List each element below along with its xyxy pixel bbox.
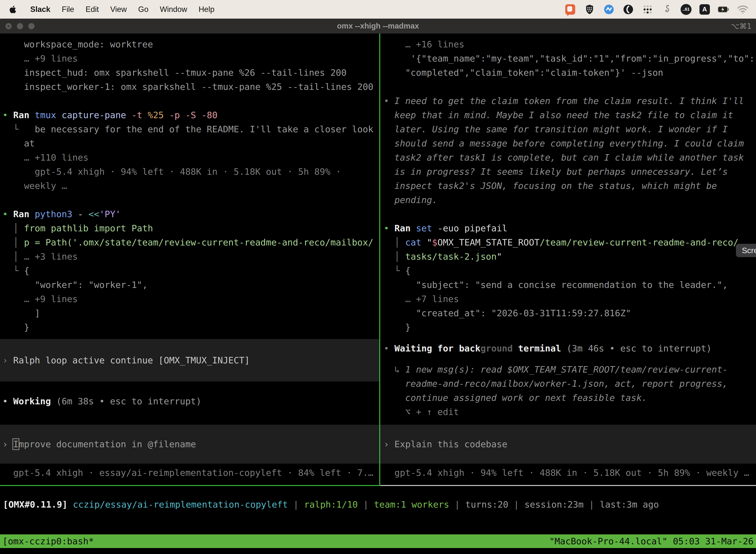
terminal-line: • Ran python3 - <<'PY' bbox=[0, 207, 379, 221]
terminal-line: … +7 lines bbox=[380, 292, 756, 306]
speed-bolt-icon[interactable] bbox=[603, 4, 615, 15]
terminal-line: └ { bbox=[0, 264, 379, 278]
prompt-input-left-text[interactable]: › Improve documentation in @filename bbox=[0, 437, 196, 451]
input-source-icon[interactable]: A bbox=[699, 4, 710, 15]
terminal-line: │ from pathlib import Path bbox=[0, 221, 379, 235]
traffic-lights bbox=[0, 23, 35, 29]
terminal-line: '{"team_name":"my-team","task_id":"1","f… bbox=[380, 51, 756, 65]
terminal-line: • I need to get the claim token from the… bbox=[380, 94, 756, 108]
terminal-line: inspect_hud: omx sparkshell --tmux-pane … bbox=[0, 65, 379, 80]
terminal-line bbox=[380, 80, 756, 94]
menu-item-go[interactable]: Go bbox=[138, 5, 148, 14]
menu-item-window[interactable]: Window bbox=[160, 5, 187, 14]
terminal-line bbox=[0, 193, 379, 207]
terminal-window: omx --xhigh --madmax ⌥⌘1 workspace_mode:… bbox=[0, 19, 756, 554]
left-pane-bottom: › Improve documentation in @filename gpt… bbox=[0, 425, 379, 485]
left-pane[interactable]: workspace_mode: worktree … +9 lines insp… bbox=[0, 34, 380, 486]
terminal-line: "worker": "worker-1", bbox=[0, 278, 379, 292]
right-pane-bottom: › Explain this codebase gpt-5.4 xhigh · … bbox=[380, 425, 756, 485]
left-pane-output: workspace_mode: worktree … +9 lines insp… bbox=[0, 37, 379, 408]
terminal-line: ] bbox=[0, 306, 379, 320]
dots-grid-icon[interactable] bbox=[642, 4, 653, 15]
terminal-line: pending. bbox=[380, 193, 756, 207]
prompt-input-left[interactable]: › Improve documentation in @filename bbox=[0, 425, 379, 464]
apple-menu-icon[interactable] bbox=[7, 4, 19, 15]
tmux-host-clock: "MacBook-Pro-44.local" 05:03 31-Mar-26 bbox=[549, 536, 754, 546]
terminal-line: should send a message before completing … bbox=[380, 136, 756, 151]
terminal-line: … +110 lines bbox=[0, 151, 379, 165]
terminal-line: … +9 lines bbox=[0, 292, 379, 306]
menu-items: FileEditViewGoWindowHelp bbox=[62, 5, 214, 14]
menu-left: Slack FileEditViewGoWindowHelp bbox=[7, 4, 214, 15]
terminal-line: keep that in mind. Maybe I also need the… bbox=[380, 108, 756, 122]
title-bar[interactable]: omx --xhigh --madmax ⌥⌘1 bbox=[0, 19, 756, 34]
terminal-line: "completed","claim_token":"claim-token"}… bbox=[380, 65, 756, 80]
menu-item-file[interactable]: File bbox=[62, 5, 74, 14]
prompt-input-right[interactable]: › Explain this codebase bbox=[380, 425, 756, 464]
screen-overlay-label: Scre bbox=[742, 246, 756, 255]
ralph-loop-banner: › Ralph loop active continue [OMX_TMUX_I… bbox=[0, 339, 379, 382]
crescent-icon[interactable] bbox=[623, 4, 634, 15]
chat-notification-icon[interactable] bbox=[565, 4, 576, 15]
terminal-line: … +16 lines bbox=[380, 37, 756, 51]
terminal-line: │ p = Path('.omx/state/team/review-curre… bbox=[0, 235, 379, 250]
terminal-line: ⌥ + ↑ edit bbox=[380, 405, 756, 419]
terminal-line: "created_at": "2026-03-31T11:59:27.816Z" bbox=[380, 306, 756, 320]
terminal-line: └ { bbox=[380, 264, 756, 278]
right-pane-status: gpt-5.4 xhigh · 94% left · 488K in · 5.1… bbox=[380, 466, 756, 480]
terminal-line bbox=[0, 94, 379, 108]
screen: Slack FileEditViewGoWindowHelp ..61 A bbox=[0, 0, 756, 554]
omx-status-section: [OMX#0.11.9] cczip/essay/ai-reimplementa… bbox=[0, 486, 756, 535]
status-icons: ..61 A bbox=[565, 4, 749, 15]
terminal-line: at bbox=[0, 136, 379, 151]
squiggle-icon[interactable] bbox=[661, 4, 673, 15]
screen-overlay-tooltip: Scre bbox=[736, 244, 756, 257]
terminal-line: inspect_worker-1: omx sparkshell --tmux-… bbox=[0, 80, 379, 94]
menu-item-view[interactable]: View bbox=[110, 5, 127, 14]
left-pane-status: gpt-5.4 xhigh · essay/ai-reimplementatio… bbox=[0, 466, 379, 480]
terminal-line: readme-and-reco/mailbox/worker-1.json, a… bbox=[380, 377, 756, 391]
count-badge-icon[interactable]: ..61 bbox=[681, 4, 692, 15]
terminal-line: › Ralph loop active continue [OMX_TMUX_I… bbox=[0, 353, 379, 367]
right-pane-output: … +16 lines '{"team_name":"my-team","tas… bbox=[380, 37, 756, 419]
window-title: omx --xhigh --madmax bbox=[0, 21, 756, 31]
terminal-line: │ cat "$OMX_TEAM_STATE_ROOT/team/review-… bbox=[380, 235, 756, 250]
menu-item-help[interactable]: Help bbox=[199, 5, 214, 14]
terminal-line: "subject": "send a concise recommendatio… bbox=[380, 278, 756, 292]
tmux-status-bar: [omx-cczip0:bash* "MacBook-Pro-44.local"… bbox=[0, 535, 756, 548]
minimize-button[interactable] bbox=[17, 23, 23, 29]
working-line-block: • Working (6m 38s • esc to interrupt) bbox=[0, 394, 379, 408]
battery-icon[interactable] bbox=[718, 4, 729, 15]
terminal-output: … +16 lines '{"team_name":"my-team","tas… bbox=[380, 37, 756, 419]
wifi-icon[interactable] bbox=[737, 4, 749, 15]
terminal-line bbox=[380, 207, 756, 221]
prompt-input-right-text[interactable]: › Explain this codebase bbox=[380, 437, 507, 451]
terminal-line: weekly … bbox=[0, 179, 379, 193]
terminal-line: • Working (6m 38s • esc to interrupt) bbox=[0, 394, 379, 408]
terminal-line: } bbox=[380, 320, 756, 334]
terminal-line: │ tasks/task-2.json" bbox=[380, 250, 756, 264]
close-button[interactable] bbox=[5, 23, 12, 29]
terminal-line: task2 after task1 is complete, but can I… bbox=[380, 151, 756, 165]
zoom-button[interactable] bbox=[28, 23, 35, 29]
terminal-line: continue assigned work or next feasible … bbox=[380, 391, 756, 405]
menu-item-edit[interactable]: Edit bbox=[85, 5, 99, 14]
terminal-line: gpt-5.4 xhigh · 94% left · 488K in · 5.1… bbox=[0, 165, 379, 179]
right-pane[interactable]: … +16 lines '{"team_name":"my-team","tas… bbox=[380, 34, 756, 486]
menu-item-slack[interactable]: Slack bbox=[30, 5, 50, 14]
terminal-output: workspace_mode: worktree … +9 lines insp… bbox=[0, 37, 379, 334]
menu-bar: Slack FileEditViewGoWindowHelp ..61 A bbox=[0, 0, 756, 19]
terminal-line: inspect task2's JSON, focusing on the st… bbox=[380, 179, 756, 193]
window-shortcut-hint: ⌥⌘1 bbox=[731, 22, 752, 31]
terminal-line: later. Using the same for transition mig… bbox=[380, 122, 756, 136]
omx-status-line: [OMX#0.11.9] cczip/essay/ai-reimplementa… bbox=[0, 497, 756, 511]
terminal-line: • Waiting for background terminal (3m 46… bbox=[380, 341, 756, 355]
tmux-panes: workspace_mode: worktree … +9 lines insp… bbox=[0, 34, 756, 486]
terminal-line: … +9 lines bbox=[0, 51, 379, 65]
terminal-line: │ … +3 lines bbox=[0, 250, 379, 264]
terminal-line: } bbox=[0, 320, 379, 334]
terminal-line: ↳ 1 new msg(s): read $OMX_TEAM_STATE_ROO… bbox=[380, 363, 756, 377]
shield-grid-icon[interactable] bbox=[584, 4, 595, 15]
terminal-line: is in progress? It seems likely but perh… bbox=[380, 165, 756, 179]
terminal-line: • Ran set -euo pipefail bbox=[380, 221, 756, 235]
